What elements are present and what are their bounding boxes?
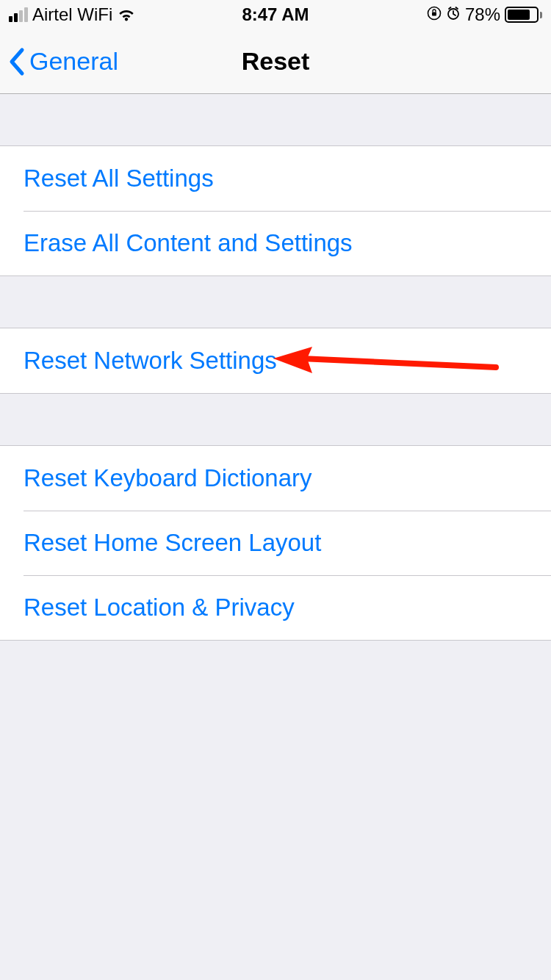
chevron-left-icon — [9, 47, 26, 76]
section-network: Reset Network Settings — [0, 328, 551, 394]
battery-icon — [505, 7, 542, 23]
row-reset-keyboard-dictionary[interactable]: Reset Keyboard Dictionary — [0, 446, 551, 511]
back-label: General — [29, 47, 118, 76]
navigation-bar: General Reset — [0, 29, 551, 94]
row-label: Reset Network Settings — [24, 347, 277, 375]
battery-percent: 78% — [465, 4, 500, 25]
section-general-reset: Reset All Settings Erase All Content and… — [0, 145, 551, 276]
row-label: Reset All Settings — [24, 165, 214, 192]
section-spacer — [0, 276, 551, 328]
row-reset-location-privacy[interactable]: Reset Location & Privacy — [0, 575, 551, 640]
status-time: 8:47 AM — [242, 4, 309, 25]
row-label: Reset Keyboard Dictionary — [24, 464, 312, 492]
row-erase-all-content[interactable]: Erase All Content and Settings — [0, 211, 551, 275]
status-left: Airtel WiFi — [9, 4, 136, 25]
status-bar: Airtel WiFi 8:47 AM 78% — [0, 0, 551, 29]
row-reset-home-screen-layout[interactable]: Reset Home Screen Layout — [0, 511, 551, 575]
section-spacer — [0, 94, 551, 145]
cellular-signal-icon — [9, 7, 28, 22]
row-reset-all-settings[interactable]: Reset All Settings — [0, 146, 551, 211]
back-button[interactable]: General — [0, 47, 118, 76]
carrier-label: Airtel WiFi — [32, 4, 112, 25]
section-spacer — [0, 394, 551, 445]
page-title: Reset — [242, 47, 310, 76]
section-other-resets: Reset Keyboard Dictionary Reset Home Scr… — [0, 445, 551, 641]
row-reset-network-settings[interactable]: Reset Network Settings — [0, 328, 551, 393]
status-right: 78% — [427, 4, 542, 25]
svg-rect-1 — [432, 12, 436, 16]
orientation-lock-icon — [427, 4, 442, 25]
alarm-icon — [446, 4, 461, 25]
row-label: Reset Location & Privacy — [24, 594, 295, 621]
row-label: Reset Home Screen Layout — [24, 529, 321, 557]
row-label: Erase All Content and Settings — [24, 229, 353, 257]
wifi-icon — [117, 7, 136, 22]
